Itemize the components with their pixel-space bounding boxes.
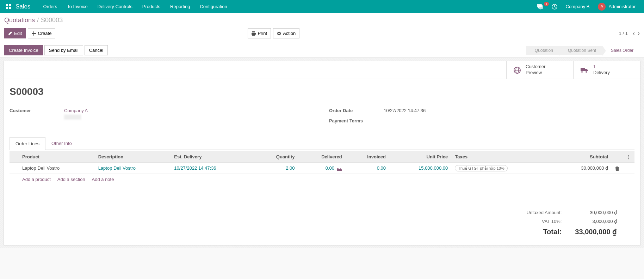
gear-icon	[277, 31, 281, 36]
cancel-button[interactable]: Cancel	[85, 45, 108, 55]
breadcrumb: Quotations / S00003	[0, 13, 644, 25]
order-lines-table: Product Description Est. Delivery Quanti…	[10, 151, 634, 200]
nav-delivery-controls[interactable]: Delivery Controls	[93, 4, 137, 9]
chart-icon[interactable]	[337, 166, 342, 171]
total-value: 33,000,000 ₫	[569, 226, 623, 237]
col-subtotal: Subtotal	[553, 151, 612, 163]
cell-product[interactable]: Laptop Dell Vostro	[19, 162, 95, 174]
stat-delivery[interactable]: 1 Delivery	[573, 61, 640, 79]
nav-to-invoice[interactable]: To Invoice	[62, 4, 93, 9]
table-row[interactable]: Laptop Dell Vostro Laptop Dell Vostro 10…	[10, 162, 634, 174]
col-description: Description	[95, 151, 171, 163]
messaging-icon[interactable]: 1	[533, 4, 547, 10]
cell-taxes[interactable]: Thuế GTGT phải nộp 10%	[451, 162, 553, 174]
add-section-link[interactable]: Add a section	[57, 177, 85, 182]
stat-buttons: Customer Preview 1 Delivery	[4, 61, 640, 79]
content-area: Customer Preview 1 Delivery S00003 C	[0, 58, 644, 248]
total-label: Total:	[520, 226, 568, 237]
cell-est-delivery[interactable]: 10/27/2022 14:47:36	[171, 162, 254, 174]
cell-quantity[interactable]: 2.00	[254, 162, 298, 174]
record-title: S00003	[10, 86, 634, 97]
breadcrumb-current: S00003	[41, 17, 63, 24]
order-date-value: 10/27/2022 14:47:36	[384, 108, 426, 113]
delete-row-icon[interactable]	[612, 162, 623, 174]
avatar: A	[598, 3, 606, 11]
totals: Untaxed Amount: 30,000,000 ₫ VAT 10%: 3,…	[10, 208, 634, 238]
status-step-quotation[interactable]: Quotation	[526, 46, 559, 55]
payment-terms-label: Payment Terms	[329, 118, 384, 123]
plus-icon	[32, 31, 36, 36]
edit-button[interactable]: Edit	[4, 28, 26, 38]
pencil-icon	[8, 31, 12, 36]
nav-orders[interactable]: Orders	[38, 4, 62, 9]
cell-unit-price[interactable]: 15,000,000.00	[389, 162, 451, 174]
top-navbar: Sales Orders To Invoice Delivery Control…	[0, 0, 644, 13]
create-button[interactable]: Create	[28, 28, 55, 38]
app-brand[interactable]: Sales	[16, 3, 31, 10]
form-sheet: Customer Preview 1 Delivery S00003 C	[4, 61, 640, 245]
columns-menu-icon[interactable]: ⋮	[623, 151, 634, 163]
cell-subtotal: 30,000,000 ₫	[553, 162, 612, 174]
customer-label: Customer	[10, 108, 64, 120]
col-unit-price: Unit Price	[389, 151, 451, 163]
tab-other-info[interactable]: Other Info	[45, 137, 78, 150]
cell-delivered[interactable]: 0.00	[298, 162, 346, 174]
print-icon	[252, 31, 256, 36]
svg-rect-0	[6, 4, 8, 6]
status-step-quotation-sent[interactable]: Quotation Sent	[559, 46, 602, 55]
nav-reporting[interactable]: Reporting	[165, 4, 195, 9]
apps-icon[interactable]	[4, 2, 13, 11]
send-by-email-button[interactable]: Send by Email	[44, 45, 83, 55]
company-switcher[interactable]: Company B	[562, 4, 594, 9]
customer-value[interactable]: Company A	[64, 108, 88, 120]
col-quantity: Quantity	[254, 151, 298, 163]
nav-products[interactable]: Products	[137, 4, 165, 9]
status-bar: Quotation Quotation Sent Sales Order	[526, 46, 640, 55]
vat-label: VAT 10%:	[520, 217, 568, 225]
col-invoiced: Invoiced	[346, 151, 389, 163]
print-button[interactable]: Print	[248, 28, 271, 38]
breadcrumb-sep: /	[37, 17, 39, 24]
action-toolbar: Edit Create Print Action 1 / 1 ‹ ›	[0, 25, 644, 43]
create-invoice-button[interactable]: Create Invoice	[4, 45, 43, 55]
status-toolbar: Create Invoice Send by Email Cancel Quot…	[0, 43, 644, 58]
svg-rect-3	[9, 7, 11, 9]
svg-rect-2	[6, 7, 8, 9]
customer-address-blur	[64, 115, 81, 120]
user-menu[interactable]: A Administrator	[594, 3, 640, 11]
tabs: Order Lines Other Info	[10, 137, 634, 150]
col-product: Product	[19, 151, 95, 163]
col-delivered: Delivered	[298, 151, 346, 163]
truck-icon	[581, 66, 588, 73]
untaxed-value: 30,000,000 ₫	[569, 208, 623, 217]
breadcrumb-root[interactable]: Quotations	[4, 17, 35, 24]
pager-next[interactable]: ›	[638, 30, 640, 37]
pager-prev[interactable]: ‹	[633, 30, 635, 37]
action-dropdown[interactable]: Action	[273, 28, 299, 38]
messaging-badge: 1	[544, 2, 549, 6]
activity-icon[interactable]	[547, 4, 562, 10]
cell-description[interactable]: Laptop Dell Vostro	[95, 162, 171, 174]
order-date-label: Order Date	[329, 108, 384, 113]
add-product-link[interactable]: Add a product	[22, 177, 51, 182]
drag-handle-icon[interactable]	[10, 162, 19, 174]
untaxed-label: Untaxed Amount:	[520, 208, 568, 217]
vat-value: 3,000,000 ₫	[569, 217, 623, 225]
add-note-link[interactable]: Add a note	[92, 177, 114, 182]
tab-order-lines[interactable]: Order Lines	[10, 137, 45, 150]
col-taxes: Taxes	[451, 151, 553, 163]
cell-invoiced[interactable]: 0.00	[346, 162, 389, 174]
col-est-delivery: Est. Delivery	[171, 151, 254, 163]
pager-text[interactable]: 1 / 1	[619, 31, 628, 36]
nav-configuration[interactable]: Configuration	[195, 4, 232, 9]
stat-customer-preview[interactable]: Customer Preview	[506, 61, 573, 79]
globe-icon	[514, 66, 521, 73]
status-step-sales-order[interactable]: Sales Order	[602, 46, 640, 55]
svg-rect-1	[9, 4, 11, 6]
